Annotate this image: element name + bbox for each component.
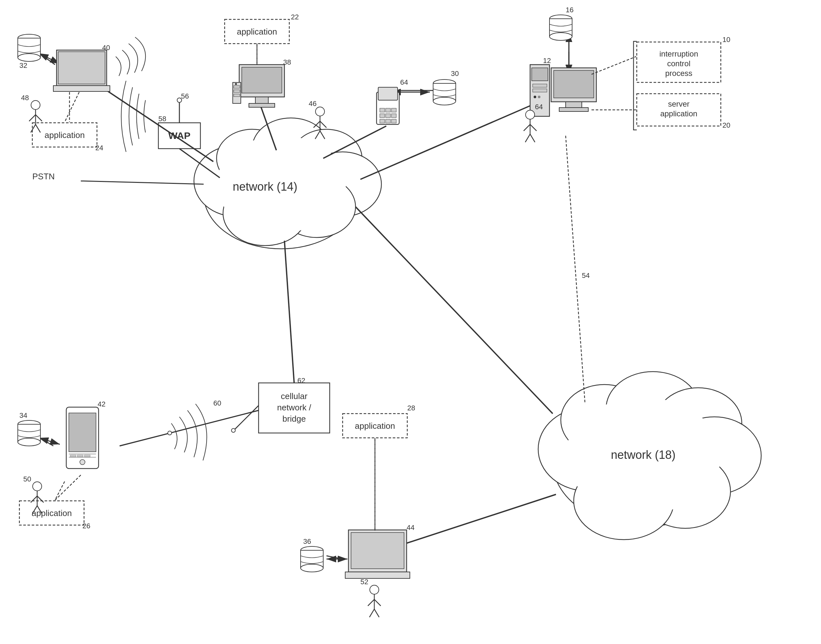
num64b-label: 64 <box>535 103 543 111</box>
svg-rect-108 <box>380 114 385 118</box>
svg-point-97 <box>316 107 325 116</box>
svg-point-144 <box>33 482 42 491</box>
cellular-bridge-box: cellular network / bridge <box>259 383 330 433</box>
svg-text:network /: network / <box>277 403 311 412</box>
svg-text:application: application <box>237 27 277 37</box>
svg-rect-87 <box>255 97 268 103</box>
num50: 50 <box>23 475 31 483</box>
database16 <box>549 15 572 40</box>
svg-text:application: application <box>355 421 395 431</box>
database36 <box>301 546 323 572</box>
svg-text:server: server <box>668 100 690 108</box>
svg-point-155 <box>301 564 323 572</box>
wap-box: WAP <box>158 123 200 149</box>
network18-label: network (18) <box>611 448 675 462</box>
interruption-control-box: interruption control process <box>637 42 721 83</box>
svg-text:cellular: cellular <box>281 391 308 401</box>
num24: 24 <box>95 144 103 152</box>
svg-rect-106 <box>386 108 390 112</box>
svg-rect-110 <box>391 114 396 118</box>
num12: 12 <box>543 57 551 64</box>
num54: 54 <box>582 271 589 279</box>
svg-rect-151 <box>351 532 404 569</box>
num58: 58 <box>158 115 166 123</box>
svg-point-135 <box>80 460 85 465</box>
svg-point-96 <box>433 97 456 105</box>
svg-rect-105 <box>380 108 385 112</box>
svg-rect-73 <box>58 52 105 84</box>
svg-point-93 <box>235 83 237 85</box>
svg-rect-123 <box>559 107 588 112</box>
svg-rect-104 <box>378 87 397 100</box>
svg-rect-86 <box>242 67 282 93</box>
svg-rect-138 <box>70 455 76 457</box>
svg-rect-117 <box>532 89 547 92</box>
svg-rect-139 <box>77 455 83 457</box>
svg-text:application: application <box>32 508 72 518</box>
svg-rect-152 <box>345 572 410 578</box>
num26: 26 <box>83 522 90 530</box>
database34 <box>18 420 40 446</box>
num38: 38 <box>283 58 291 66</box>
svg-point-71 <box>18 54 40 61</box>
svg-text:process: process <box>665 69 692 78</box>
laptop40 <box>53 50 110 92</box>
num10: 10 <box>723 35 730 44</box>
application26-box: application <box>19 501 84 525</box>
svg-rect-122 <box>566 102 582 107</box>
network14-label: network (14) <box>233 180 298 193</box>
num46: 46 <box>309 100 316 107</box>
database30 <box>433 80 456 105</box>
svg-rect-116 <box>532 84 547 87</box>
svg-rect-113 <box>391 119 396 123</box>
num20: 20 <box>723 121 730 129</box>
svg-point-126 <box>549 33 572 40</box>
num30: 30 <box>451 69 459 78</box>
num36: 36 <box>303 537 311 546</box>
num42: 42 <box>98 400 105 408</box>
svg-rect-134 <box>69 413 96 452</box>
svg-rect-74 <box>53 86 110 92</box>
num32: 32 <box>19 61 27 69</box>
svg-rect-112 <box>386 119 390 123</box>
svg-text:application: application <box>660 109 698 118</box>
database32 <box>18 34 40 61</box>
svg-point-118 <box>534 96 536 98</box>
pstn-label: PSTN <box>32 172 55 181</box>
num44: 44 <box>407 523 414 532</box>
svg-rect-107 <box>391 108 396 112</box>
num34: 34 <box>19 411 27 419</box>
svg-point-156 <box>370 585 379 594</box>
num48: 48 <box>21 94 29 102</box>
laptop44 <box>345 530 410 578</box>
svg-point-119 <box>538 96 540 98</box>
svg-rect-92 <box>234 94 240 97</box>
svg-text:interruption: interruption <box>659 49 698 58</box>
svg-rect-91 <box>234 90 240 92</box>
svg-rect-121 <box>554 71 594 98</box>
svg-text:bridge: bridge <box>282 414 306 424</box>
num16: 16 <box>566 6 573 14</box>
application24-box: application <box>32 123 97 147</box>
application22-box: application <box>225 19 289 44</box>
server-application-box: server application <box>637 94 721 126</box>
svg-point-143 <box>18 438 40 446</box>
num40: 40 <box>102 44 110 52</box>
num64a-label: 64 <box>400 78 408 86</box>
num60: 60 <box>213 399 221 407</box>
application28-box: application <box>343 414 407 438</box>
svg-text:application: application <box>45 130 85 140</box>
num56: 56 <box>181 92 189 100</box>
svg-rect-111 <box>380 119 385 123</box>
svg-text:control: control <box>667 59 691 68</box>
num28: 28 <box>407 404 415 412</box>
num22: 22 <box>291 13 299 21</box>
num62: 62 <box>298 376 305 385</box>
svg-rect-140 <box>84 455 90 457</box>
svg-point-77 <box>31 101 40 110</box>
mobile42 <box>66 407 98 469</box>
svg-point-127 <box>526 110 535 119</box>
svg-point-169 <box>232 428 235 432</box>
svg-point-68 <box>168 431 172 435</box>
svg-rect-115 <box>532 68 548 81</box>
